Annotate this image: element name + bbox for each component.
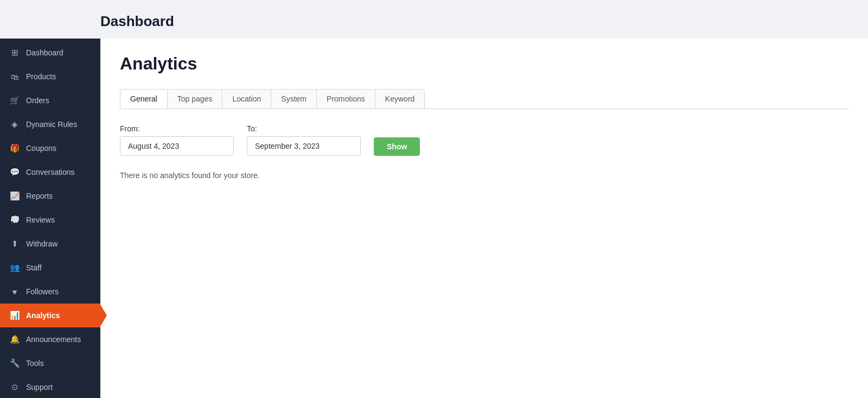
coupons-icon: 🎁 bbox=[10, 143, 20, 153]
sidebar-item-conversations[interactable]: 💬Conversations bbox=[0, 160, 100, 184]
sidebar-item-dashboard[interactable]: ⊞Dashboard bbox=[0, 41, 100, 65]
sidebar-item-dynamic-rules[interactable]: ◈Dynamic Rules bbox=[0, 112, 100, 136]
sidebar-item-products[interactable]: 🛍Products bbox=[0, 65, 100, 89]
sidebar: ⊞Dashboard🛍Products🛒Orders◈Dynamic Rules… bbox=[0, 39, 100, 398]
from-date-input[interactable] bbox=[120, 136, 234, 156]
filter-row: From: To: Show bbox=[120, 124, 848, 156]
tools-icon: 🔧 bbox=[10, 358, 20, 368]
sidebar-label-coupons: Coupons bbox=[26, 144, 56, 153]
reviews-icon: 💭 bbox=[10, 215, 20, 225]
sidebar-item-orders[interactable]: 🛒Orders bbox=[0, 89, 100, 112]
sidebar-item-coupons[interactable]: 🎁Coupons bbox=[0, 136, 100, 160]
sidebar-label-dashboard: Dashboard bbox=[26, 48, 63, 57]
sidebar-item-tools[interactable]: 🔧Tools bbox=[0, 351, 100, 375]
tab-keyword[interactable]: Keyword bbox=[375, 89, 425, 109]
orders-icon: 🛒 bbox=[10, 96, 20, 105]
tab-general[interactable]: General bbox=[120, 89, 168, 109]
products-icon: 🛍 bbox=[10, 72, 20, 81]
sidebar-item-reports[interactable]: 📈Reports bbox=[0, 184, 100, 208]
sidebar-label-analytics: Analytics bbox=[26, 311, 60, 320]
sidebar-item-analytics[interactable]: 📊Analytics bbox=[0, 304, 100, 327]
dashboard-icon: ⊞ bbox=[10, 48, 20, 58]
sidebar-item-announcements[interactable]: 🔔Announcements bbox=[0, 327, 100, 351]
followers-icon: ♥ bbox=[10, 287, 20, 296]
main-content: Analytics GeneralTop pagesLocationSystem… bbox=[100, 39, 868, 398]
sidebar-label-conversations: Conversations bbox=[26, 168, 75, 176]
sidebar-item-support[interactable]: ⊙Support bbox=[0, 375, 100, 398]
sidebar-item-withdraw[interactable]: ⬆Withdraw bbox=[0, 232, 100, 256]
sidebar-item-staff[interactable]: 👥Staff bbox=[0, 256, 100, 280]
announcements-icon: 🔔 bbox=[10, 334, 20, 344]
sidebar-label-reports: Reports bbox=[26, 192, 53, 200]
from-label: From: bbox=[120, 124, 234, 133]
show-button[interactable]: Show bbox=[374, 137, 420, 156]
page-title: Dashboard bbox=[100, 13, 868, 30]
sidebar-label-reviews: Reviews bbox=[26, 216, 55, 224]
sidebar-label-orders: Orders bbox=[26, 96, 49, 105]
staff-icon: 👥 bbox=[10, 263, 20, 273]
to-date-input[interactable] bbox=[247, 136, 361, 156]
tab-location[interactable]: Location bbox=[222, 89, 271, 109]
reports-icon: 📈 bbox=[10, 191, 20, 201]
no-data-message: There is no analytics found for your sto… bbox=[120, 171, 848, 180]
sidebar-label-followers: Followers bbox=[26, 287, 59, 296]
tab-promotions[interactable]: Promotions bbox=[316, 89, 375, 109]
sidebar-item-followers[interactable]: ♥Followers bbox=[0, 280, 100, 304]
dynamic-rules-icon: ◈ bbox=[10, 119, 20, 129]
to-label: To: bbox=[247, 124, 361, 133]
sidebar-label-withdraw: Withdraw bbox=[26, 239, 58, 248]
support-icon: ⊙ bbox=[10, 382, 20, 392]
withdraw-icon: ⬆ bbox=[10, 239, 20, 249]
tab-system[interactable]: System bbox=[271, 89, 317, 109]
from-filter-group: From: bbox=[120, 124, 234, 156]
analytics-icon: 📊 bbox=[10, 311, 20, 320]
sidebar-label-tools: Tools bbox=[26, 359, 44, 368]
analytics-tabs: GeneralTop pagesLocationSystemPromotions… bbox=[120, 89, 848, 109]
tab-top-pages[interactable]: Top pages bbox=[167, 89, 223, 109]
to-filter-group: To: bbox=[247, 124, 361, 156]
sidebar-label-staff: Staff bbox=[26, 263, 42, 272]
sidebar-item-reviews[interactable]: 💭Reviews bbox=[0, 208, 100, 232]
conversations-icon: 💬 bbox=[10, 167, 20, 177]
sidebar-label-dynamic-rules: Dynamic Rules bbox=[26, 120, 77, 129]
sidebar-label-support: Support bbox=[26, 383, 53, 391]
sidebar-label-products: Products bbox=[26, 72, 56, 81]
analytics-title: Analytics bbox=[120, 54, 848, 74]
sidebar-label-announcements: Announcements bbox=[26, 335, 81, 344]
